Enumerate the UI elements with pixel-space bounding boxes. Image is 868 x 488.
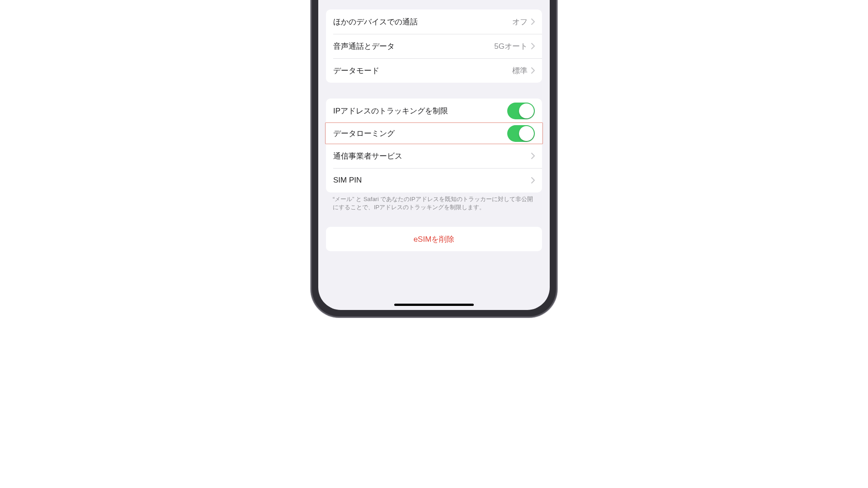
- row-data-mode[interactable]: データモード 標準: [326, 58, 542, 83]
- row-calls-on-other-devices[interactable]: ほかのデバイスでの通話 オフ: [326, 9, 542, 34]
- row-sim-pin[interactable]: SIM PIN: [326, 168, 542, 192]
- chevron-right-icon: [531, 177, 535, 183]
- toggle-limit-ip-tracking[interactable]: [507, 103, 535, 119]
- settings-group-delete-esim: eSIMを削除: [326, 227, 542, 251]
- toggle-data-roaming[interactable]: [507, 125, 535, 142]
- chevron-right-icon: [531, 19, 535, 25]
- ip-tracking-footer-note: “メール” と Safari であなたのIPアドレスを既知のトラッカーに対して非…: [318, 195, 550, 211]
- chevron-right-icon: [531, 43, 535, 49]
- row-label: データローミング: [333, 128, 507, 139]
- row-voice-and-data[interactable]: 音声通話とデータ 5Gオート: [326, 34, 542, 58]
- row-label: IPアドレスのトラッキングを制限: [333, 106, 507, 116]
- settings-screen: ほかのデバイスでの通話 オフ 音声通話とデータ 5Gオート データモード 標準: [318, 0, 550, 310]
- row-value: オフ: [512, 17, 528, 27]
- row-value: 標準: [512, 66, 528, 76]
- settings-group-network: IPアドレスのトラッキングを制限 データローミング 通信事業者サービス SIM …: [326, 99, 542, 192]
- row-value: 5Gオート: [494, 41, 528, 52]
- phone-frame: ほかのデバイスでの通話 オフ 音声通話とデータ 5Gオート データモード 標準: [312, 0, 556, 316]
- row-label: 通信事業者サービス: [333, 151, 531, 161]
- row-carrier-services[interactable]: 通信事業者サービス: [326, 144, 542, 168]
- home-indicator[interactable]: [394, 304, 474, 306]
- settings-group-calls-data: ほかのデバイスでの通話 オフ 音声通話とデータ 5Gオート データモード 標準: [326, 9, 542, 83]
- chevron-right-icon: [531, 67, 535, 74]
- row-label: SIM PIN: [333, 176, 531, 185]
- phone-screen: ほかのデバイスでの通話 オフ 音声通話とデータ 5Gオート データモード 標準: [318, 0, 550, 310]
- row-limit-ip-tracking[interactable]: IPアドレスのトラッキングを制限: [326, 99, 542, 123]
- delete-esim-label: eSIMを削除: [333, 234, 535, 244]
- row-delete-esim[interactable]: eSIMを削除: [326, 227, 542, 251]
- row-label: 音声通話とデータ: [333, 41, 494, 52]
- row-data-roaming[interactable]: データローミング: [326, 123, 542, 144]
- row-label: データモード: [333, 66, 512, 76]
- row-label: ほかのデバイスでの通話: [333, 17, 512, 27]
- chevron-right-icon: [531, 153, 535, 159]
